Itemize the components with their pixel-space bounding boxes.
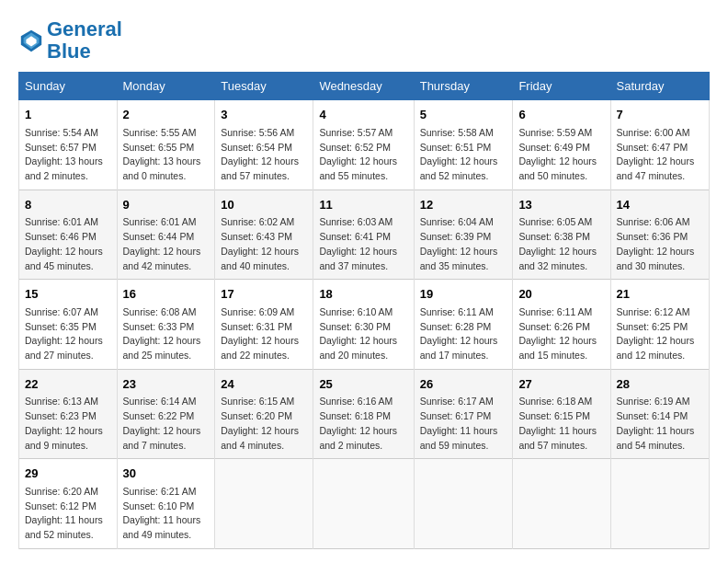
calendar-cell: 2Sunrise: 5:55 AMSunset: 6:55 PMDaylight…	[117, 100, 215, 190]
day-number: 10	[221, 196, 307, 214]
calendar-cell	[215, 459, 313, 549]
day-number: 4	[319, 106, 407, 124]
calendar-cell: 23Sunrise: 6:14 AMSunset: 6:22 PMDayligh…	[117, 369, 215, 459]
calendar-cell: 20Sunrise: 6:11 AMSunset: 6:26 PMDayligh…	[513, 280, 610, 370]
day-number: 9	[123, 196, 210, 214]
day-info: Sunrise: 6:03 AMSunset: 6:41 PMDaylight:…	[319, 215, 407, 273]
calendar-cell: 17Sunrise: 6:09 AMSunset: 6:31 PMDayligh…	[215, 280, 313, 370]
day-info: Sunrise: 5:55 AMSunset: 6:55 PMDaylight:…	[123, 126, 210, 184]
day-info: Sunrise: 6:08 AMSunset: 6:33 PMDaylight:…	[123, 305, 210, 363]
calendar-cell: 7Sunrise: 6:00 AMSunset: 6:47 PMDaylight…	[610, 100, 710, 190]
calendar-cell	[313, 459, 414, 549]
calendar-cell: 24Sunrise: 6:15 AMSunset: 6:20 PMDayligh…	[215, 369, 313, 459]
day-number: 25	[319, 375, 407, 394]
logo-icon	[18, 28, 44, 53]
calendar-cell: 4Sunrise: 5:57 AMSunset: 6:52 PMDaylight…	[313, 100, 414, 190]
header-sunday: Sunday	[19, 73, 118, 100]
calendar-cell: 3Sunrise: 5:56 AMSunset: 6:54 PMDaylight…	[215, 100, 313, 190]
week-row-4: 22Sunrise: 6:13 AMSunset: 6:23 PMDayligh…	[19, 369, 710, 459]
day-number: 16	[123, 285, 210, 304]
day-number: 14	[617, 196, 704, 214]
header-wednesday: Wednesday	[313, 73, 414, 100]
day-info: Sunrise: 6:00 AMSunset: 6:47 PMDaylight:…	[617, 126, 704, 184]
calendar-cell: 8Sunrise: 6:01 AMSunset: 6:46 PMDaylight…	[19, 190, 118, 280]
calendar-header-row: SundayMondayTuesdayWednesdayThursdayFrid…	[19, 73, 710, 100]
day-info: Sunrise: 6:11 AMSunset: 6:28 PMDaylight:…	[420, 305, 507, 363]
logo: General Blue	[18, 18, 122, 63]
day-number: 3	[221, 106, 307, 124]
day-number: 20	[518, 285, 604, 304]
day-number: 5	[420, 106, 507, 124]
day-info: Sunrise: 6:10 AMSunset: 6:30 PMDaylight:…	[319, 305, 407, 363]
calendar-cell: 16Sunrise: 6:08 AMSunset: 6:33 PMDayligh…	[117, 280, 215, 370]
day-info: Sunrise: 6:01 AMSunset: 6:46 PMDaylight:…	[25, 215, 111, 273]
day-info: Sunrise: 5:59 AMSunset: 6:49 PMDaylight:…	[518, 126, 604, 184]
header-friday: Friday	[513, 73, 610, 100]
calendar-cell	[513, 459, 610, 549]
page-header: General Blue	[18, 18, 710, 63]
calendar-cell: 9Sunrise: 6:01 AMSunset: 6:44 PMDaylight…	[117, 190, 215, 280]
calendar-cell	[610, 459, 710, 549]
week-row-1: 1Sunrise: 5:54 AMSunset: 6:57 PMDaylight…	[19, 100, 710, 190]
day-number: 18	[319, 285, 407, 304]
calendar-cell: 10Sunrise: 6:02 AMSunset: 6:43 PMDayligh…	[215, 190, 313, 280]
day-number: 24	[221, 375, 307, 394]
header-saturday: Saturday	[610, 73, 710, 100]
day-number: 19	[420, 285, 507, 304]
calendar-cell: 25Sunrise: 6:16 AMSunset: 6:18 PMDayligh…	[313, 369, 414, 459]
day-info: Sunrise: 6:16 AMSunset: 6:18 PMDaylight:…	[319, 395, 407, 453]
week-row-3: 15Sunrise: 6:07 AMSunset: 6:35 PMDayligh…	[19, 280, 710, 370]
day-info: Sunrise: 6:06 AMSunset: 6:36 PMDaylight:…	[617, 215, 704, 273]
day-number: 8	[25, 196, 111, 214]
header-monday: Monday	[117, 73, 215, 100]
calendar-cell: 18Sunrise: 6:10 AMSunset: 6:30 PMDayligh…	[313, 280, 414, 370]
day-info: Sunrise: 6:05 AMSunset: 6:38 PMDaylight:…	[518, 215, 604, 273]
day-number: 13	[518, 196, 604, 214]
day-info: Sunrise: 6:20 AMSunset: 6:12 PMDaylight:…	[25, 485, 111, 543]
day-number: 12	[420, 196, 507, 214]
day-number: 28	[617, 375, 704, 394]
day-number: 2	[123, 106, 210, 124]
header-tuesday: Tuesday	[215, 73, 313, 100]
day-number: 6	[518, 106, 604, 124]
day-info: Sunrise: 5:56 AMSunset: 6:54 PMDaylight:…	[221, 126, 307, 184]
day-number: 1	[25, 106, 111, 124]
day-number: 7	[617, 106, 704, 124]
week-row-5: 29Sunrise: 6:20 AMSunset: 6:12 PMDayligh…	[19, 459, 710, 549]
calendar-cell: 26Sunrise: 6:17 AMSunset: 6:17 PMDayligh…	[414, 369, 513, 459]
day-number: 17	[221, 285, 307, 304]
day-info: Sunrise: 6:15 AMSunset: 6:20 PMDaylight:…	[221, 395, 307, 453]
day-info: Sunrise: 6:18 AMSunset: 6:15 PMDaylight:…	[518, 395, 604, 453]
day-info: Sunrise: 6:01 AMSunset: 6:44 PMDaylight:…	[123, 215, 210, 273]
calendar-cell: 5Sunrise: 5:58 AMSunset: 6:51 PMDaylight…	[414, 100, 513, 190]
day-info: Sunrise: 6:07 AMSunset: 6:35 PMDaylight:…	[25, 305, 111, 363]
day-info: Sunrise: 6:14 AMSunset: 6:22 PMDaylight:…	[123, 395, 210, 453]
day-info: Sunrise: 6:21 AMSunset: 6:10 PMDaylight:…	[123, 485, 210, 543]
day-info: Sunrise: 6:09 AMSunset: 6:31 PMDaylight:…	[221, 305, 307, 363]
day-info: Sunrise: 6:13 AMSunset: 6:23 PMDaylight:…	[25, 395, 111, 453]
day-number: 21	[617, 285, 704, 304]
calendar-cell: 13Sunrise: 6:05 AMSunset: 6:38 PMDayligh…	[513, 190, 610, 280]
calendar-cell: 29Sunrise: 6:20 AMSunset: 6:12 PMDayligh…	[19, 459, 118, 549]
day-number: 27	[518, 375, 604, 394]
calendar-cell: 21Sunrise: 6:12 AMSunset: 6:25 PMDayligh…	[610, 280, 710, 370]
day-info: Sunrise: 6:04 AMSunset: 6:39 PMDaylight:…	[420, 215, 507, 273]
day-info: Sunrise: 6:12 AMSunset: 6:25 PMDaylight:…	[617, 305, 704, 363]
week-row-2: 8Sunrise: 6:01 AMSunset: 6:46 PMDaylight…	[19, 190, 710, 280]
calendar-cell: 12Sunrise: 6:04 AMSunset: 6:39 PMDayligh…	[414, 190, 513, 280]
calendar-cell: 1Sunrise: 5:54 AMSunset: 6:57 PMDaylight…	[19, 100, 118, 190]
calendar-cell: 30Sunrise: 6:21 AMSunset: 6:10 PMDayligh…	[117, 459, 215, 549]
day-number: 11	[319, 196, 407, 214]
calendar-cell	[414, 459, 513, 549]
day-info: Sunrise: 5:58 AMSunset: 6:51 PMDaylight:…	[420, 126, 507, 184]
day-info: Sunrise: 6:17 AMSunset: 6:17 PMDaylight:…	[420, 395, 507, 453]
day-info: Sunrise: 6:19 AMSunset: 6:14 PMDaylight:…	[617, 395, 704, 453]
day-info: Sunrise: 6:11 AMSunset: 6:26 PMDaylight:…	[518, 305, 604, 363]
calendar-cell: 19Sunrise: 6:11 AMSunset: 6:28 PMDayligh…	[414, 280, 513, 370]
calendar-cell: 11Sunrise: 6:03 AMSunset: 6:41 PMDayligh…	[313, 190, 414, 280]
day-number: 15	[25, 285, 111, 304]
calendar-cell: 14Sunrise: 6:06 AMSunset: 6:36 PMDayligh…	[610, 190, 710, 280]
day-info: Sunrise: 6:02 AMSunset: 6:43 PMDaylight:…	[221, 215, 307, 273]
day-info: Sunrise: 5:57 AMSunset: 6:52 PMDaylight:…	[319, 126, 407, 184]
calendar-cell: 15Sunrise: 6:07 AMSunset: 6:35 PMDayligh…	[19, 280, 118, 370]
